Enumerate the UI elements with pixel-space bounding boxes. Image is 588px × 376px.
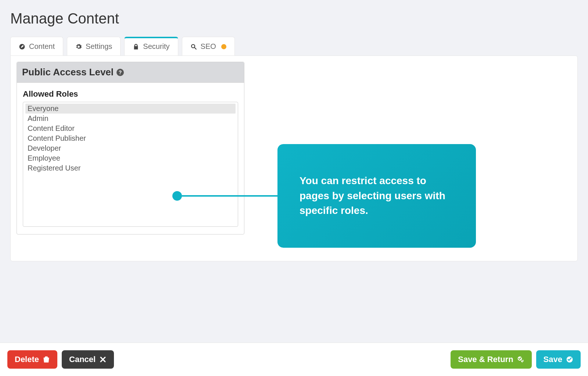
button-label: Delete bbox=[15, 355, 39, 364]
role-option[interactable]: Registered User bbox=[25, 163, 236, 173]
save-button[interactable]: Save bbox=[536, 350, 581, 369]
save-return-button[interactable]: Save & Return bbox=[451, 350, 531, 369]
tab-seo[interactable]: SEO bbox=[182, 37, 235, 56]
button-label: Save bbox=[544, 355, 562, 364]
role-option[interactable]: Employee bbox=[25, 153, 236, 163]
lock-icon bbox=[133, 43, 139, 50]
tab-label: SEO bbox=[201, 42, 216, 51]
tab-content[interactable]: Content bbox=[10, 37, 63, 56]
role-option[interactable]: Content Publisher bbox=[25, 133, 236, 143]
page-title: Manage Content bbox=[10, 10, 578, 27]
role-option[interactable]: Everyone bbox=[25, 104, 236, 114]
tabs: Content Settings Security SEO bbox=[10, 36, 578, 55]
svg-line-2 bbox=[194, 47, 196, 49]
card-header-title: Public Access Level bbox=[22, 67, 114, 78]
tab-label: Settings bbox=[86, 42, 112, 51]
tab-security[interactable]: Security bbox=[124, 37, 178, 56]
help-icon[interactable]: ? bbox=[116, 69, 124, 76]
footer: Delete Cancel Save & Return Save bbox=[0, 343, 588, 376]
button-label: Save & Return bbox=[458, 355, 513, 364]
status-dot-icon bbox=[221, 44, 226, 49]
callout-box: You can restrict access to pages by sele… bbox=[277, 144, 476, 248]
tab-label: Security bbox=[143, 42, 169, 51]
role-option[interactable]: Content Editor bbox=[25, 123, 236, 133]
close-icon bbox=[99, 356, 107, 363]
security-panel: Public Access Level ? Allowed Roles Ever… bbox=[10, 55, 578, 261]
search-icon bbox=[190, 43, 197, 50]
button-label: Cancel bbox=[69, 355, 96, 364]
cancel-button[interactable]: Cancel bbox=[62, 350, 114, 369]
trash-icon bbox=[43, 356, 50, 363]
check-return-icon bbox=[517, 356, 524, 363]
allowed-roles-label: Allowed Roles bbox=[17, 83, 244, 102]
roles-listbox[interactable]: Everyone Admin Content Editor Content Pu… bbox=[23, 102, 238, 227]
check-circle-icon bbox=[566, 356, 573, 363]
tab-settings[interactable]: Settings bbox=[67, 37, 121, 56]
callout-text: You can restrict access to pages by sele… bbox=[300, 175, 445, 216]
pencil-icon bbox=[19, 43, 25, 50]
role-option[interactable]: Developer bbox=[25, 143, 236, 153]
public-access-card: Public Access Level ? Allowed Roles Ever… bbox=[17, 62, 244, 234]
gear-icon bbox=[75, 43, 82, 50]
tab-label: Content bbox=[29, 42, 55, 51]
delete-button[interactable]: Delete bbox=[7, 350, 57, 369]
card-header: Public Access Level ? bbox=[17, 62, 244, 83]
role-option[interactable]: Admin bbox=[25, 114, 236, 123]
